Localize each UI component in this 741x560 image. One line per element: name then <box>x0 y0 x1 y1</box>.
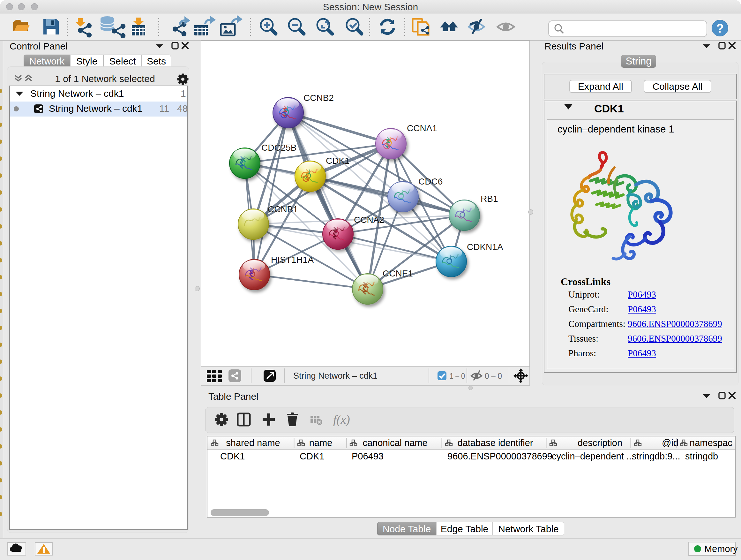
svg-text:canonical name: canonical name <box>362 438 427 448</box>
svg-text:database identifier: database identifier <box>458 438 533 448</box>
svg-text:CCNA2: CCNA2 <box>354 215 384 225</box>
svg-text:CCNB2: CCNB2 <box>304 93 334 103</box>
svg-text:CDK1: CDK1 <box>326 156 350 166</box>
svg-text:CCNB1: CCNB1 <box>268 204 298 214</box>
svg-text:CDC6: CDC6 <box>418 177 443 186</box>
svg-text:CCNA1: CCNA1 <box>407 123 437 133</box>
svg-text:@id: @id <box>662 438 678 448</box>
svg-text:CCNE1: CCNE1 <box>383 268 413 278</box>
svg-text:CDKN1A: CDKN1A <box>467 242 503 252</box>
svg-text:namespac: namespac <box>690 438 732 448</box>
svg-text:name: name <box>309 438 333 448</box>
svg-text:description: description <box>578 438 622 448</box>
svg-text:1 – 0: 1 – 0 <box>450 371 465 381</box>
svg-text:1 of 1 Network selected: 1 of 1 Network selected <box>55 73 155 84</box>
svg-text:HIST1H1A: HIST1H1A <box>271 255 314 265</box>
svg-text:String Network – cdk1: String Network – cdk1 <box>293 371 378 381</box>
svg-text:0 – 0: 0 – 0 <box>485 371 502 381</box>
svg-text:f(x): f(x) <box>333 413 350 427</box>
svg-text:CDC25B: CDC25B <box>261 143 296 152</box>
svg-text:RB1: RB1 <box>481 194 498 204</box>
svg-text:shared name: shared name <box>226 438 280 448</box>
